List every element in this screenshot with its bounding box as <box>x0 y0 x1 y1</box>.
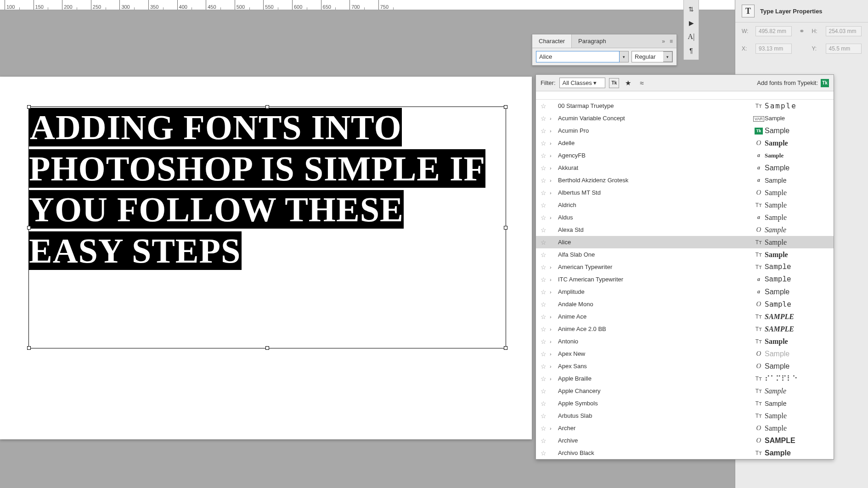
font-list[interactable]: ☆›00 Starmap TruetypeTᴛSample☆›Acumin Va… <box>536 100 834 459</box>
ai-icon[interactable]: A| <box>686 31 697 42</box>
expand-chevron-icon[interactable]: › <box>550 178 556 183</box>
handle-top-left[interactable] <box>27 105 31 109</box>
font-list-item[interactable]: ☆›ITC American TypewriteraSample <box>536 273 834 286</box>
width-value[interactable]: 495.82 mm <box>755 26 792 36</box>
favorite-star-icon[interactable]: ☆ <box>541 276 550 283</box>
expand-chevron-icon[interactable]: › <box>550 289 556 295</box>
font-list-item[interactable]: ☆›Archivo BlackTᴛSample <box>536 447 834 459</box>
favorite-star-icon[interactable]: ☆ <box>541 288 550 296</box>
favorite-star-icon[interactable]: ☆ <box>541 214 550 221</box>
handle-top-right[interactable] <box>504 105 507 109</box>
typekit-badge-icon[interactable]: Tk <box>821 79 829 87</box>
favorite-star-icon[interactable]: ☆ <box>541 152 550 159</box>
favorite-star-icon[interactable]: ☆ <box>541 127 550 135</box>
height-value[interactable]: 254.03 mm <box>826 26 862 36</box>
font-list-item[interactable]: ☆›Arbutus SlabTᴛSample <box>536 409 834 422</box>
favorite-star-icon[interactable]: ☆ <box>541 412 550 420</box>
expand-chevron-icon[interactable]: › <box>550 364 556 369</box>
favorite-star-icon[interactable]: ☆ <box>541 202 550 209</box>
link-dimensions-icon[interactable]: ⚭ <box>797 28 806 35</box>
font-list-item[interactable]: ☆›AgencyFBaSample <box>536 149 834 162</box>
font-list-item[interactable]: ☆›ArcherOSample <box>536 422 834 434</box>
document[interactable]: ADDING FONTS INTO PHOTOSHOP IS SIMPLE IF… <box>0 77 532 439</box>
font-list-item[interactable]: ☆›Apple ChanceryTᴛSample <box>536 385 834 397</box>
font-list-item[interactable]: ☆›Alexa StdOSample <box>536 224 834 236</box>
favorite-star-icon[interactable]: ☆ <box>541 140 550 147</box>
handle-bottom-right[interactable] <box>504 346 507 350</box>
text-content[interactable]: ADDING FONTS INTO PHOTOSHOP IS SIMPLE IF… <box>29 107 506 272</box>
font-list-item[interactable]: ☆›Anime AceTᴛSAMPLE <box>536 310 834 323</box>
font-family-input[interactable] <box>536 51 620 62</box>
favorite-star-icon[interactable]: ☆ <box>541 102 550 110</box>
expand-chevron-icon[interactable]: › <box>550 264 556 270</box>
font-list-item[interactable]: ☆›AliceTᴛSample <box>536 236 834 248</box>
favorite-star-icon[interactable]: ☆ <box>541 425 550 432</box>
typekit-filter-icon[interactable]: Tk <box>609 78 619 88</box>
handle-bottom-left[interactable] <box>27 346 31 350</box>
expand-chevron-icon[interactable]: › <box>550 128 556 134</box>
favorite-star-icon[interactable]: ☆ <box>541 437 550 444</box>
favorite-star-icon[interactable]: ☆ <box>541 239 550 246</box>
expand-chevron-icon[interactable]: › <box>550 140 556 146</box>
font-list-item[interactable]: ☆›ArchiveOSAMPLE <box>536 434 834 447</box>
favorite-star-icon[interactable]: ☆ <box>541 189 550 196</box>
panel-menu-icon[interactable]: ≡ <box>670 38 673 45</box>
font-list-item[interactable]: ☆›AdelleOSample <box>536 137 834 149</box>
expand-chevron-icon[interactable]: › <box>550 215 556 220</box>
expand-chevron-icon[interactable]: › <box>550 326 556 332</box>
expand-chevron-icon[interactable]: › <box>550 314 556 320</box>
expand-chevron-icon[interactable]: › <box>550 277 556 282</box>
collapse-icon[interactable]: » <box>662 38 665 45</box>
font-list-item[interactable]: ☆›AmplitudeaSample <box>536 286 834 298</box>
favorite-star-icon[interactable]: ☆ <box>541 264 550 271</box>
favorite-star-icon[interactable]: ☆ <box>541 325 550 333</box>
favorite-star-icon[interactable]: ☆ <box>541 251 550 258</box>
expand-chevron-icon[interactable]: › <box>550 339 556 344</box>
font-list-item[interactable]: ☆›Apex SansOSample <box>536 360 834 372</box>
font-list-item[interactable]: ☆›Alfa Slab OneTᴛSample <box>536 248 834 261</box>
expand-chevron-icon[interactable]: › <box>550 165 556 171</box>
favorite-star-icon[interactable]: ☆ <box>541 400 550 407</box>
favorite-star-icon[interactable]: ☆ <box>541 301 550 308</box>
tab-character[interactable]: Character <box>532 34 572 48</box>
y-value[interactable]: 45.5 mm <box>826 44 862 54</box>
handle-mid-left[interactable] <box>27 226 31 230</box>
style-dropdown-button[interactable]: ▾ <box>663 51 672 62</box>
font-list-item[interactable]: ☆›Andale MonoOSample <box>536 298 834 310</box>
font-list-item[interactable]: ☆›AkkurataSample <box>536 162 834 174</box>
font-style-select[interactable]: Regular <box>632 51 663 62</box>
handle-bottom-center[interactable] <box>265 346 269 350</box>
font-list-item[interactable]: ☆›Berthold Akzidenz GroteskaSample <box>536 174 834 186</box>
expand-chevron-icon[interactable]: › <box>550 153 556 158</box>
favorite-star-icon[interactable]: ☆ <box>541 313 550 320</box>
font-list-item[interactable]: ☆›Acumin ProTkSample <box>536 124 834 137</box>
paragraph-direction-icon[interactable]: ¶ <box>686 45 697 56</box>
favorite-star-icon[interactable]: ☆ <box>541 177 550 184</box>
expand-chevron-icon[interactable]: › <box>550 426 556 431</box>
favorite-star-icon[interactable]: ☆ <box>541 164 550 172</box>
font-list-item[interactable]: ☆›AntonioTᴛSample <box>536 335 834 348</box>
favorite-star-icon[interactable]: ☆ <box>541 226 550 234</box>
text-box[interactable]: ADDING FONTS INTO PHOTOSHOP IS SIMPLE IF… <box>28 107 506 348</box>
font-list-item[interactable]: ☆›AldusaSample <box>536 211 834 224</box>
font-list-item[interactable]: ☆›Anime Ace 2.0 BBTᴛSAMPLE <box>536 323 834 335</box>
font-dropdown-button[interactable]: ▾ <box>620 51 629 62</box>
favorite-star-icon[interactable]: ☆ <box>541 338 550 345</box>
favorite-star-icon[interactable]: ☆ <box>541 449 550 457</box>
similar-filter-icon[interactable]: ≈ <box>637 78 647 88</box>
handle-mid-right[interactable] <box>504 226 507 230</box>
font-list-item[interactable]: ☆›00 Starmap TruetypeTᴛSample <box>536 100 834 112</box>
font-list-item[interactable]: ☆›Albertus MT StdOSample <box>536 186 834 199</box>
x-value[interactable]: 93.13 mm <box>755 44 792 54</box>
favorite-star-icon[interactable]: ☆ <box>541 387 550 395</box>
font-list-item[interactable]: ☆›Acumin Variable ConceptVARSample <box>536 112 834 124</box>
expand-chevron-icon[interactable]: › <box>550 190 556 196</box>
font-list-item[interactable]: ☆›AldrichTᴛSample <box>536 199 834 211</box>
toggle-icon[interactable]: ⇅ <box>686 4 697 15</box>
handle-top-center[interactable] <box>265 105 269 109</box>
favorite-star-icon[interactable]: ☆ <box>541 115 550 122</box>
filter-classes-select[interactable]: All Classes ▾ <box>559 78 606 88</box>
expand-chevron-icon[interactable]: › <box>550 351 556 357</box>
expand-chevron-icon[interactable]: › <box>550 376 556 381</box>
font-list-item[interactable]: ☆›Apple BrailleTᴛ⠎⠁⠍⠏⠇⠑ <box>536 372 834 385</box>
